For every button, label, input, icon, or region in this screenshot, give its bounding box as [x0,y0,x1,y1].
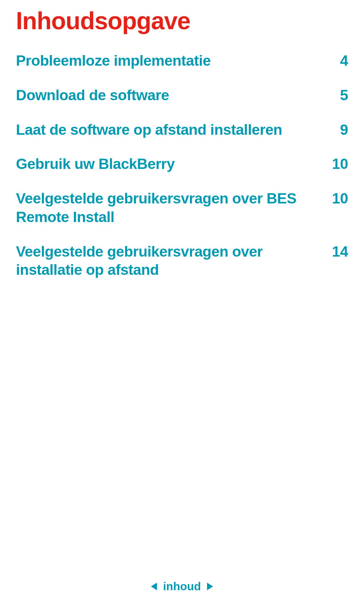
page-title: Inhoudsopgave [16,7,348,35]
toc-page-number: 5 [325,86,348,105]
toc-page-number: 9 [325,121,348,139]
table-of-contents: Probleemloze implementatie 4 Download de… [16,52,348,279]
document-page: Inhoudsopgave Probleemloze implementatie… [0,0,364,602]
toc-page-number: 10 [325,155,348,173]
toc-label: Laat de software op afstand installeren [16,121,325,139]
footer-label[interactable]: inhoud [163,580,201,593]
toc-entry[interactable]: Probleemloze implementatie 4 [16,52,348,70]
toc-label: Veelgestelde gebruikersvragen over insta… [16,243,325,280]
toc-label: Probleemloze implementatie [16,52,325,70]
toc-label: Veelgestelde gebruikersvragen over BES R… [16,189,325,227]
toc-page-number: 14 [325,243,348,261]
arrow-right-icon[interactable] [206,582,214,591]
toc-entry[interactable]: Laat de software op afstand installeren … [16,121,348,139]
toc-label: Download de software [16,86,325,105]
arrow-left-icon[interactable] [150,582,158,591]
toc-entry[interactable]: Gebruik uw BlackBerry 10 [16,155,348,173]
toc-label: Gebruik uw BlackBerry [16,155,325,173]
svg-marker-1 [207,583,213,590]
svg-marker-0 [151,583,157,590]
toc-entry[interactable]: Download de software 5 [16,86,348,105]
toc-page-number: 10 [325,189,348,208]
toc-entry[interactable]: Veelgestelde gebruikersvragen over BES R… [16,189,348,227]
toc-entry[interactable]: Veelgestelde gebruikersvragen over insta… [16,243,348,280]
page-footer-nav: inhoud [0,580,364,593]
toc-page-number: 4 [325,52,348,70]
